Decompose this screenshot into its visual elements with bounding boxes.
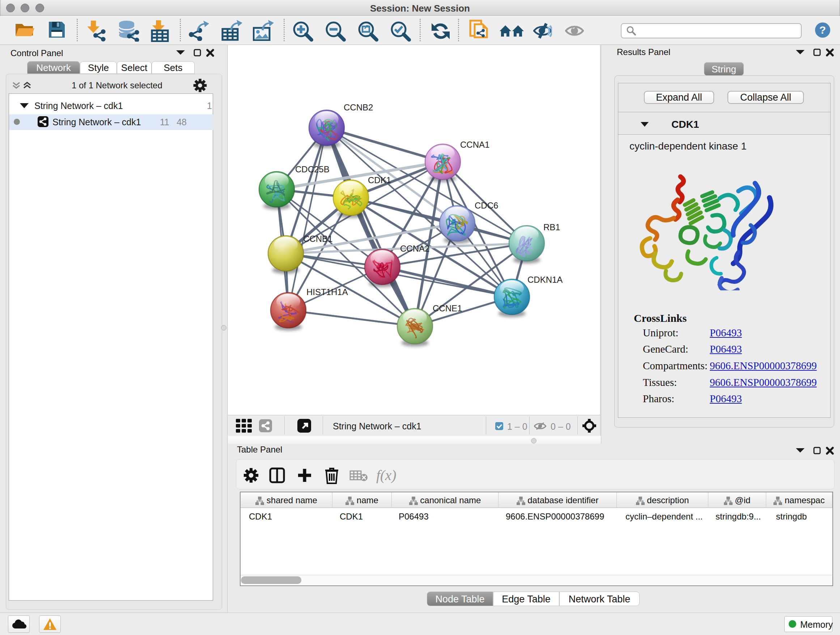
svg-text:CCNA1: CCNA1 [460,140,489,149]
svg-text:CCNE1: CCNE1 [433,303,462,313]
svg-text:CCNB1: CCNB1 [303,234,332,244]
svg-text:CDK1: CDK1 [368,175,391,185]
svg-text:CDC6: CDC6 [475,201,498,211]
svg-text:CCNA2: CCNA2 [400,244,429,253]
svg-text:RB1: RB1 [543,222,561,232]
svg-text:HIST1H1A: HIST1H1A [306,287,348,297]
svg-text:CCNB2: CCNB2 [344,103,373,112]
svg-text:CDC25B: CDC25B [295,165,330,174]
svg-text:CDKN1A: CDKN1A [527,275,562,285]
